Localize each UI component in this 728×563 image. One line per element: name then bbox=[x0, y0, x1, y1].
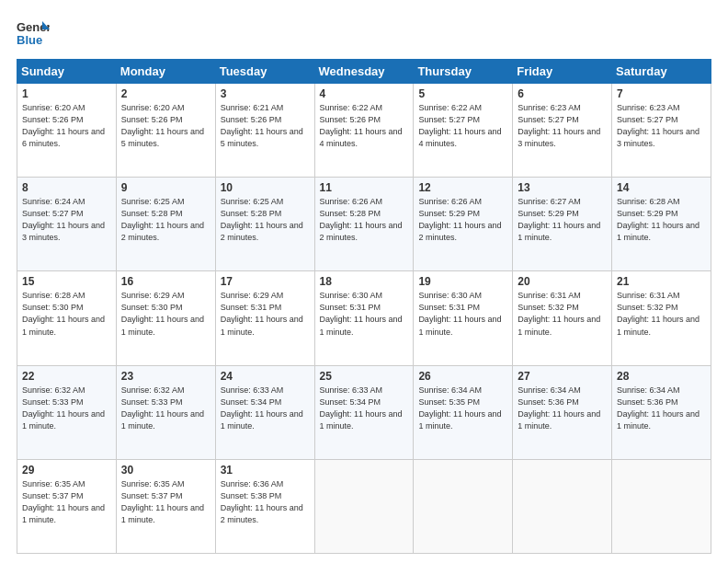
calendar-cell: 13 Sunrise: 6:27 AMSunset: 5:29 PMDaylig… bbox=[513, 178, 612, 271]
day-number: 17 bbox=[221, 275, 310, 288]
cell-info: Sunrise: 6:26 AMSunset: 5:28 PMDaylight:… bbox=[320, 197, 403, 242]
day-number: 9 bbox=[121, 181, 210, 194]
calendar-cell: 1 Sunrise: 6:20 AMSunset: 5:26 PMDayligh… bbox=[17, 84, 117, 178]
day-number: 2 bbox=[121, 87, 210, 100]
calendar-cell: 10 Sunrise: 6:25 AMSunset: 5:28 PMDaylig… bbox=[215, 178, 314, 271]
cell-info: Sunrise: 6:36 AMSunset: 5:38 PMDaylight:… bbox=[221, 479, 303, 524]
calendar-cell: 25 Sunrise: 6:33 AMSunset: 5:34 PMDaylig… bbox=[314, 365, 414, 459]
weekday-header-friday: Friday bbox=[513, 60, 612, 84]
cell-info: Sunrise: 6:28 AMSunset: 5:29 PMDaylight:… bbox=[617, 197, 700, 242]
week-row-4: 22 Sunrise: 6:32 AMSunset: 5:33 PMDaylig… bbox=[17, 365, 711, 459]
cell-info: Sunrise: 6:34 AMSunset: 5:36 PMDaylight:… bbox=[617, 385, 700, 431]
day-number: 8 bbox=[22, 181, 111, 194]
calendar-cell: 11 Sunrise: 6:26 AMSunset: 5:28 PMDaylig… bbox=[314, 178, 414, 271]
weekday-header-sunday: Sunday bbox=[17, 60, 117, 84]
logo-icon: General Blue bbox=[17, 17, 50, 50]
calendar-cell: 14 Sunrise: 6:28 AMSunset: 5:29 PMDaylig… bbox=[612, 178, 711, 271]
cell-info: Sunrise: 6:32 AMSunset: 5:33 PMDaylight:… bbox=[121, 385, 204, 431]
day-number: 28 bbox=[617, 370, 706, 383]
day-number: 23 bbox=[121, 370, 210, 383]
cell-info: Sunrise: 6:25 AMSunset: 5:28 PMDaylight:… bbox=[121, 197, 204, 242]
day-number: 3 bbox=[221, 87, 310, 100]
cell-info: Sunrise: 6:29 AMSunset: 5:31 PMDaylight:… bbox=[221, 291, 303, 336]
week-row-5: 29 Sunrise: 6:35 AMSunset: 5:37 PMDaylig… bbox=[17, 459, 711, 553]
cell-info: Sunrise: 6:32 AMSunset: 5:33 PMDaylight:… bbox=[22, 385, 105, 431]
cell-info: Sunrise: 6:22 AMSunset: 5:26 PMDaylight:… bbox=[320, 103, 403, 148]
day-number: 30 bbox=[121, 464, 210, 477]
cell-info: Sunrise: 6:28 AMSunset: 5:30 PMDaylight:… bbox=[22, 291, 105, 336]
calendar-cell: 26 Sunrise: 6:34 AMSunset: 5:35 PMDaylig… bbox=[414, 365, 513, 459]
calendar-cell: 12 Sunrise: 6:26 AMSunset: 5:29 PMDaylig… bbox=[414, 178, 513, 271]
svg-text:Blue: Blue bbox=[17, 33, 42, 47]
day-number: 15 bbox=[22, 275, 111, 288]
calendar-cell: 7 Sunrise: 6:23 AMSunset: 5:27 PMDayligh… bbox=[612, 84, 711, 178]
calendar-cell: 29 Sunrise: 6:35 AMSunset: 5:37 PMDaylig… bbox=[17, 459, 117, 553]
cell-info: Sunrise: 6:27 AMSunset: 5:29 PMDaylight:… bbox=[518, 197, 600, 242]
logo: General Blue bbox=[17, 17, 50, 50]
calendar-cell bbox=[612, 459, 711, 553]
page: General Blue SundayMondayTuesdayWednesda… bbox=[0, 0, 728, 563]
day-number: 4 bbox=[320, 87, 409, 100]
calendar-cell: 3 Sunrise: 6:21 AMSunset: 5:26 PMDayligh… bbox=[215, 84, 314, 178]
weekday-header-tuesday: Tuesday bbox=[215, 60, 314, 84]
cell-info: Sunrise: 6:22 AMSunset: 5:27 PMDaylight:… bbox=[418, 103, 501, 148]
day-number: 12 bbox=[418, 181, 507, 194]
day-number: 10 bbox=[221, 181, 310, 194]
cell-info: Sunrise: 6:29 AMSunset: 5:30 PMDaylight:… bbox=[121, 291, 204, 336]
calendar-cell: 4 Sunrise: 6:22 AMSunset: 5:26 PMDayligh… bbox=[314, 84, 414, 178]
calendar-cell: 8 Sunrise: 6:24 AMSunset: 5:27 PMDayligh… bbox=[17, 178, 117, 271]
calendar-body: 1 Sunrise: 6:20 AMSunset: 5:26 PMDayligh… bbox=[17, 84, 711, 554]
weekday-header-monday: Monday bbox=[116, 60, 215, 84]
weekday-header-wednesday: Wednesday bbox=[314, 60, 414, 84]
calendar-cell: 15 Sunrise: 6:28 AMSunset: 5:30 PMDaylig… bbox=[17, 271, 117, 365]
calendar-cell: 30 Sunrise: 6:35 AMSunset: 5:37 PMDaylig… bbox=[116, 459, 215, 553]
weekday-header-thursday: Thursday bbox=[414, 60, 513, 84]
cell-info: Sunrise: 6:23 AMSunset: 5:27 PMDaylight:… bbox=[617, 103, 700, 148]
day-number: 6 bbox=[518, 87, 607, 100]
day-number: 20 bbox=[518, 275, 607, 288]
calendar-cell: 9 Sunrise: 6:25 AMSunset: 5:28 PMDayligh… bbox=[116, 178, 215, 271]
calendar-cell: 27 Sunrise: 6:34 AMSunset: 5:36 PMDaylig… bbox=[513, 365, 612, 459]
cell-info: Sunrise: 6:35 AMSunset: 5:37 PMDaylight:… bbox=[121, 479, 204, 524]
cell-info: Sunrise: 6:26 AMSunset: 5:29 PMDaylight:… bbox=[418, 197, 501, 242]
day-number: 16 bbox=[121, 275, 210, 288]
calendar-cell bbox=[414, 459, 513, 553]
cell-info: Sunrise: 6:24 AMSunset: 5:27 PMDaylight:… bbox=[22, 197, 105, 242]
day-number: 21 bbox=[617, 275, 706, 288]
calendar-cell: 24 Sunrise: 6:33 AMSunset: 5:34 PMDaylig… bbox=[215, 365, 314, 459]
day-number: 22 bbox=[22, 370, 111, 383]
week-row-3: 15 Sunrise: 6:28 AMSunset: 5:30 PMDaylig… bbox=[17, 271, 711, 365]
calendar-cell: 20 Sunrise: 6:31 AMSunset: 5:32 PMDaylig… bbox=[513, 271, 612, 365]
cell-info: Sunrise: 6:23 AMSunset: 5:27 PMDaylight:… bbox=[518, 103, 600, 148]
calendar-cell: 2 Sunrise: 6:20 AMSunset: 5:26 PMDayligh… bbox=[116, 84, 215, 178]
cell-info: Sunrise: 6:25 AMSunset: 5:28 PMDaylight:… bbox=[221, 197, 303, 242]
day-number: 13 bbox=[518, 181, 607, 194]
calendar-header: SundayMondayTuesdayWednesdayThursdayFrid… bbox=[17, 60, 711, 84]
calendar-cell bbox=[314, 459, 414, 553]
day-number: 24 bbox=[221, 370, 310, 383]
calendar-cell: 18 Sunrise: 6:30 AMSunset: 5:31 PMDaylig… bbox=[314, 271, 414, 365]
cell-info: Sunrise: 6:34 AMSunset: 5:35 PMDaylight:… bbox=[418, 385, 501, 431]
week-row-1: 1 Sunrise: 6:20 AMSunset: 5:26 PMDayligh… bbox=[17, 84, 711, 178]
day-number: 7 bbox=[617, 87, 706, 100]
calendar-cell: 31 Sunrise: 6:36 AMSunset: 5:38 PMDaylig… bbox=[215, 459, 314, 553]
day-number: 19 bbox=[418, 275, 507, 288]
calendar-cell: 19 Sunrise: 6:30 AMSunset: 5:31 PMDaylig… bbox=[414, 271, 513, 365]
day-number: 29 bbox=[22, 464, 111, 477]
cell-info: Sunrise: 6:20 AMSunset: 5:26 PMDaylight:… bbox=[121, 103, 204, 148]
day-number: 5 bbox=[418, 87, 507, 100]
cell-info: Sunrise: 6:30 AMSunset: 5:31 PMDaylight:… bbox=[320, 291, 403, 336]
day-number: 1 bbox=[22, 87, 111, 100]
day-number: 11 bbox=[320, 181, 409, 194]
calendar-cell: 22 Sunrise: 6:32 AMSunset: 5:33 PMDaylig… bbox=[17, 365, 117, 459]
cell-info: Sunrise: 6:31 AMSunset: 5:32 PMDaylight:… bbox=[518, 291, 600, 336]
calendar-cell: 16 Sunrise: 6:29 AMSunset: 5:30 PMDaylig… bbox=[116, 271, 215, 365]
calendar-cell: 23 Sunrise: 6:32 AMSunset: 5:33 PMDaylig… bbox=[116, 365, 215, 459]
cell-info: Sunrise: 6:35 AMSunset: 5:37 PMDaylight:… bbox=[22, 479, 105, 524]
day-number: 26 bbox=[418, 370, 507, 383]
calendar-table: SundayMondayTuesdayWednesdayThursdayFrid… bbox=[17, 59, 711, 554]
day-number: 31 bbox=[221, 464, 310, 477]
header: General Blue bbox=[17, 17, 711, 50]
cell-info: Sunrise: 6:21 AMSunset: 5:26 PMDaylight:… bbox=[221, 103, 303, 148]
calendar-cell: 6 Sunrise: 6:23 AMSunset: 5:27 PMDayligh… bbox=[513, 84, 612, 178]
